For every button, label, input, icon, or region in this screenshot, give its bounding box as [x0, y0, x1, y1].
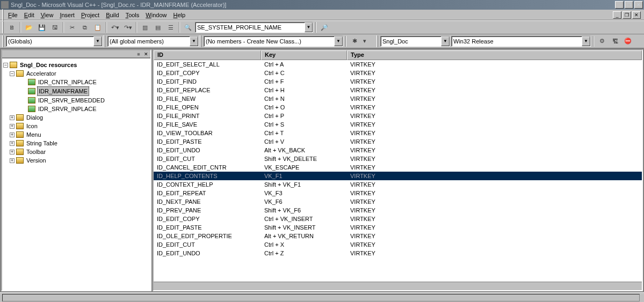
- table-row[interactable]: ID_EDIT_CUTShift + VK_DELETEVIRTKEY: [154, 154, 642, 163]
- column-header-type[interactable]: Type: [347, 50, 642, 60]
- table-row[interactable]: ID_PREV_PANEShift + VK_F6VIRTKEY: [154, 206, 642, 215]
- menu-file[interactable]: File: [5, 11, 21, 19]
- resource-tree[interactable]: − Sngl_Doc resources − Accelerator IDR_C…: [2, 58, 150, 290]
- collapse-icon[interactable]: −: [10, 71, 15, 76]
- table-row[interactable]: ID_FILE_SAVECtrl + SVIRTKEY: [154, 120, 642, 129]
- table-row[interactable]: ID_EDIT_CUTCtrl + XVIRTKEY: [154, 240, 642, 249]
- menu-tools[interactable]: Tools: [122, 11, 143, 19]
- horizontal-scrollbar[interactable]: [154, 282, 642, 290]
- menu-window[interactable]: Window: [142, 11, 170, 19]
- copy-button[interactable]: ⧉: [79, 21, 91, 33]
- table-row[interactable]: ID_EDIT_REPEATVK_F3VIRTKEY: [154, 189, 642, 197]
- open-button[interactable]: 📂: [23, 21, 35, 33]
- config-combo[interactable]: Win32 Release ▼: [451, 36, 591, 47]
- table-row[interactable]: ID_CANCEL_EDIT_CNTRVK_ESCAPEVIRTKEY: [154, 163, 642, 172]
- table-row[interactable]: ID_OLE_EDIT_PROPERTIEAlt + VK_RETURNVIRT…: [154, 232, 642, 240]
- wand-dropdown-button[interactable]: ▾: [361, 35, 368, 47]
- menu-build[interactable]: Build: [103, 11, 122, 19]
- table-row[interactable]: ID_EDIT_SELECT_ALLCtrl + AVIRTKEY: [154, 60, 642, 69]
- table-row[interactable]: ID_CONTEXT_HELPShift + VK_F1VIRTKEY: [154, 180, 642, 189]
- stop-build-button[interactable]: ⛔: [622, 35, 634, 47]
- table-row[interactable]: ID_EDIT_FINDCtrl + FVIRTKEY: [154, 77, 642, 86]
- dropdown-arrow-icon[interactable]: ▼: [93, 36, 102, 46]
- table-row[interactable]: ID_EDIT_REPLACECtrl + HVIRTKEY: [154, 86, 642, 94]
- save-all-button[interactable]: 🖫: [49, 21, 61, 33]
- menu-project[interactable]: Project: [78, 11, 103, 19]
- save-button[interactable]: 💾: [36, 21, 48, 33]
- cell-type: VIRTKEY: [347, 86, 642, 94]
- minimize-button[interactable]: _: [615, 1, 624, 9]
- menu-insert[interactable]: Insert: [56, 11, 78, 19]
- expand-icon[interactable]: +: [10, 132, 15, 137]
- expand-icon[interactable]: +: [10, 115, 15, 120]
- scope-combo[interactable]: (Globals) ▼: [6, 36, 103, 47]
- workspace-button[interactable]: ▥: [139, 21, 151, 33]
- tree-item[interactable]: IDR_MAINFRAME: [21, 86, 149, 96]
- output-button[interactable]: ▤: [152, 21, 164, 33]
- table-row[interactable]: ID_EDIT_PASTEShift + VK_INSERTVIRTKEY: [154, 223, 642, 232]
- mdi-close-button[interactable]: ✕: [632, 11, 641, 19]
- tree-folder[interactable]: +Toolbar: [10, 148, 149, 156]
- paste-button[interactable]: 📋: [92, 21, 104, 33]
- table-row[interactable]: ID_EDIT_UNDOAlt + VK_BACKVIRTKEY: [154, 146, 642, 154]
- maximize-button[interactable]: ❐: [625, 1, 633, 9]
- find-combo[interactable]: ▼: [195, 22, 313, 33]
- expand-icon[interactable]: +: [10, 150, 15, 154]
- dropdown-arrow-icon[interactable]: ▼: [334, 36, 343, 46]
- collapse-icon[interactable]: −: [3, 63, 8, 68]
- table-row[interactable]: ID_NEXT_PANEVK_F6VIRTKEY: [154, 197, 642, 206]
- find-in-files-button[interactable]: 🔍: [182, 21, 194, 33]
- window-list-button[interactable]: ☰: [165, 21, 177, 33]
- tree-item[interactable]: IDR_SRVR_EMBEDDED: [21, 96, 149, 105]
- table-row[interactable]: ID_EDIT_COPYCtrl + CVIRTKEY: [154, 69, 642, 77]
- column-header-id[interactable]: ID: [154, 50, 261, 60]
- tree-folder[interactable]: +String Table: [10, 139, 149, 148]
- table-row[interactable]: ID_FILE_OPENCtrl + OVIRTKEY: [154, 103, 642, 112]
- close-button[interactable]: ✕: [634, 1, 643, 9]
- undo-button[interactable]: ↶▾: [109, 21, 121, 33]
- expand-icon[interactable]: +: [10, 158, 15, 163]
- functions-combo[interactable]: (No members - Create New Class...) ▼: [204, 36, 343, 47]
- new-text-button[interactable]: 🗎: [6, 21, 18, 33]
- mdi-restore-button[interactable]: ❐: [623, 11, 631, 19]
- table-row[interactable]: ID_VIEW_TOOLBARCtrl + TVIRTKEY: [154, 129, 642, 137]
- expand-icon[interactable]: +: [10, 124, 15, 129]
- members-combo[interactable]: (All global members) ▼: [107, 36, 199, 47]
- expand-icon[interactable]: +: [10, 141, 15, 146]
- cut-button[interactable]: ✂: [66, 21, 78, 33]
- table-row[interactable]: ID_FILE_PRINTCtrl + PVIRTKEY: [154, 112, 642, 120]
- table-row[interactable]: ID_EDIT_PASTECtrl + VVIRTKEY: [154, 137, 642, 146]
- tree-folder[interactable]: +Version: [10, 156, 149, 165]
- column-header-key[interactable]: Key: [261, 50, 347, 60]
- build-button[interactable]: 🏗: [609, 35, 621, 47]
- table-row[interactable]: ID_EDIT_COPYCtrl + VK_INSERTVIRTKEY: [154, 215, 642, 223]
- dropdown-arrow-icon[interactable]: ▼: [441, 36, 450, 46]
- tree-folder-accelerator[interactable]: − Accelerator: [10, 69, 149, 78]
- menu-view[interactable]: View: [38, 11, 57, 19]
- project-combo[interactable]: Sngl_Doc ▼: [380, 36, 450, 47]
- find-input[interactable]: [197, 24, 303, 31]
- tree-folder[interactable]: +Icon: [10, 122, 149, 130]
- dropdown-arrow-icon[interactable]: ▼: [305, 23, 313, 32]
- dropdown-arrow-icon[interactable]: ▼: [190, 36, 198, 46]
- mdi-minimize-button[interactable]: _: [613, 11, 621, 19]
- compile-button[interactable]: ⚙: [596, 35, 608, 47]
- pin-icon[interactable]: ≡: [135, 51, 142, 57]
- table-row[interactable]: ID_EDIT_UNDOCtrl + ZVIRTKEY: [154, 249, 642, 257]
- table-row[interactable]: ID_HELP_CONTENTSVK_F1VIRTKEY: [154, 172, 642, 180]
- tree-root[interactable]: − Sngl_Doc resources: [3, 61, 149, 69]
- menu-help[interactable]: Help: [170, 11, 189, 19]
- dropdown-arrow-icon[interactable]: ▼: [582, 36, 590, 46]
- tree-folder[interactable]: +Menu: [10, 130, 149, 139]
- wand-button[interactable]: ✱: [349, 35, 360, 47]
- cell-type: VIRTKEY: [347, 223, 642, 232]
- panel-close-icon[interactable]: ✕: [143, 51, 149, 57]
- tree-folder[interactable]: +Dialog: [10, 113, 149, 122]
- tree-item[interactable]: IDR_SRVR_INPLACE: [21, 105, 149, 113]
- table-row[interactable]: ID_FILE_NEWCtrl + NVIRTKEY: [154, 94, 642, 103]
- tree-item[interactable]: IDR_CNTR_INPLACE: [21, 78, 149, 86]
- list-body[interactable]: ID_EDIT_SELECT_ALLCtrl + AVIRTKEYID_EDIT…: [154, 60, 642, 282]
- search-button[interactable]: 🔎: [319, 21, 330, 33]
- redo-button[interactable]: ↷▾: [122, 21, 134, 33]
- menu-edit[interactable]: Edit: [21, 11, 38, 19]
